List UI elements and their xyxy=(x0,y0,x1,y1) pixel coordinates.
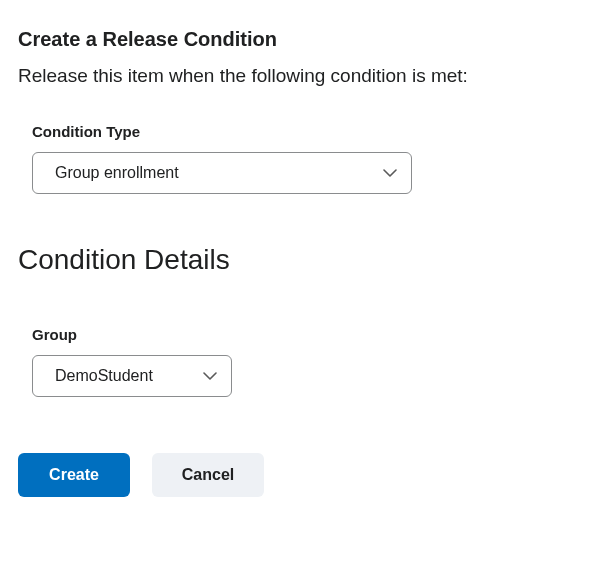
condition-type-label: Condition Type xyxy=(32,123,582,140)
condition-type-select[interactable]: Group enrollment xyxy=(32,152,412,194)
chevron-down-icon xyxy=(383,169,397,177)
condition-type-field: Condition Type Group enrollment xyxy=(18,123,582,194)
group-label: Group xyxy=(32,326,582,343)
group-value: DemoStudent xyxy=(55,367,153,385)
cancel-button[interactable]: Cancel xyxy=(152,453,264,497)
chevron-down-icon xyxy=(203,372,217,380)
create-button[interactable]: Create xyxy=(18,453,130,497)
action-buttons: Create Cancel xyxy=(18,453,582,497)
group-select[interactable]: DemoStudent xyxy=(32,355,232,397)
dialog-description: Release this item when the following con… xyxy=(18,65,582,87)
group-field: Group DemoStudent xyxy=(18,326,582,397)
condition-details-heading: Condition Details xyxy=(18,244,582,276)
dialog-title: Create a Release Condition xyxy=(18,28,582,51)
condition-type-value: Group enrollment xyxy=(55,164,179,182)
